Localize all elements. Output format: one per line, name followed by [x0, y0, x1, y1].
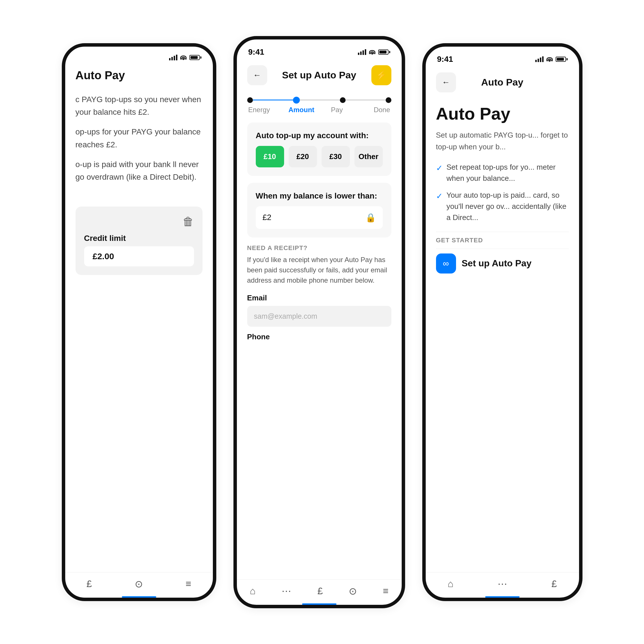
email-placeholder: sam@example.com — [254, 312, 317, 320]
wifi-icon — [546, 57, 553, 62]
left-phone-content: c PAYG top-ups so you never when your ba… — [65, 88, 213, 572]
nav-item-menu[interactable]: ≡ — [383, 585, 389, 597]
amount-btn-other[interactable]: Other — [354, 146, 383, 167]
right-status-icons — [535, 56, 568, 62]
email-label: Email — [247, 294, 391, 302]
payments-icon: £ — [551, 578, 557, 589]
help-icon: ⊙ — [349, 585, 357, 597]
steps-line — [247, 97, 391, 104]
right-status-bar: 9:41 — [426, 47, 579, 67]
help-icon: ⊙ — [135, 578, 143, 590]
menu-icon: ≡ — [186, 578, 191, 589]
payments-icon: £ — [317, 585, 323, 597]
back-button-right[interactable]: ← — [436, 72, 456, 92]
wifi-icon — [180, 55, 187, 60]
balance-card: When my balance is lower than: £2 🔒 — [247, 183, 391, 237]
battery-icon — [189, 55, 201, 60]
step-dot-done — [386, 97, 391, 103]
center-status-bar: 9:41 — [237, 39, 402, 60]
signal-icon — [535, 56, 544, 62]
amount-btn-10[interactable]: £10 — [256, 146, 284, 167]
receipt-section: NEED A RECEIPT? If you'd like a receipt … — [247, 244, 391, 350]
center-bottom-nav: ⌂ ⋯ £ ⊙ ≡ — [237, 579, 402, 605]
amount-btn-30[interactable]: £30 — [322, 146, 350, 167]
credit-limit-label: Credit limit — [84, 234, 126, 243]
nav-item-payments[interactable]: £ — [317, 585, 323, 597]
credit-limit-card: 🗑 Credit limit £2.00 — [76, 207, 203, 275]
step-label-energy: Energy — [248, 106, 284, 114]
nav-item-help[interactable]: ⊙ — [349, 585, 357, 597]
infinity-symbol: ∞ — [443, 259, 449, 268]
left-phone: Auto Pay c PAYG top-ups so you never whe… — [62, 43, 216, 601]
home-icon: ⌂ — [250, 585, 256, 597]
center-phone: 9:41 ← Set — [233, 36, 405, 608]
scene: Auto Pay c PAYG top-ups so you never whe… — [0, 0, 644, 644]
amount-btn-20[interactable]: £20 — [289, 146, 317, 167]
center-content: Auto top-up my account with: £10 £20 £30… — [237, 117, 402, 579]
step-dot-energy — [247, 97, 253, 103]
wifi-icon — [369, 49, 375, 55]
nav-item-payments-right[interactable]: £ — [551, 578, 557, 589]
nav-item-help[interactable]: ⊙ — [135, 578, 143, 590]
signal-icon — [169, 55, 177, 60]
check-icon-2: ✓ — [436, 190, 443, 202]
trash-icon[interactable]: 🗑 — [183, 215, 194, 228]
right-phone-content: Auto Pay Set up automatic PAYG top-u... … — [426, 98, 579, 572]
battery-icon — [556, 57, 568, 62]
left-bottom-nav: £ ⊙ ≡ — [65, 572, 213, 598]
home-icon: ⌂ — [448, 578, 454, 589]
back-arrow-icon: ← — [253, 71, 261, 80]
center-header-title: Set up Auto Pay — [282, 70, 356, 81]
right-status-time: 9:41 — [437, 55, 453, 64]
steps-labels: Energy Amount Pay Done — [247, 106, 391, 114]
divider-2 — [436, 249, 569, 249]
nav-item-home-right[interactable]: ⌂ — [448, 578, 454, 589]
usage-icon: ⋯ — [498, 578, 507, 590]
nav-item-usage[interactable]: ⋯ — [282, 585, 291, 597]
right-nav-header: ← Auto Pay — [426, 67, 579, 98]
step-label-amount: Amount — [284, 106, 319, 114]
setup-auto-pay-button[interactable]: ∞ Set up Auto Pay — [436, 253, 532, 274]
email-input[interactable]: sam@example.com — [247, 306, 391, 327]
left-body-text-3: o-up is paid with your bank ll never go … — [76, 158, 203, 184]
center-nav-header: ← Set up Auto Pay ⚡ — [237, 60, 402, 91]
divider — [436, 232, 569, 232]
nav-item-menu[interactable]: ≡ — [186, 578, 191, 589]
topup-card-title: Auto top-up my account with: — [256, 131, 383, 140]
right-bottom-nav: ⌂ ⋯ £ — [426, 572, 579, 598]
status-icons-left — [169, 55, 201, 60]
balance-card-title: When my balance is lower than: — [256, 191, 383, 201]
bolt-icon: ⚡ — [376, 70, 387, 80]
topup-card: Auto top-up my account with: £10 £20 £30… — [247, 122, 391, 176]
auto-pay-title: Auto Pay — [436, 104, 569, 124]
bullet-item-2: ✓ Your auto top-up is paid... card, so y… — [436, 190, 569, 223]
infinity-icon: ∞ — [436, 253, 456, 274]
nav-item-home[interactable]: ⌂ — [250, 585, 256, 597]
credit-limit-value: £2.00 — [84, 246, 194, 266]
amount-options: £10 £20 £30 Other — [256, 146, 383, 167]
payments-icon: £ — [86, 578, 92, 589]
back-arrow-icon: ← — [442, 78, 450, 87]
back-button[interactable]: ← — [247, 65, 267, 85]
bullet-text-2: Your auto top-up is paid... card, so you… — [447, 190, 569, 223]
step-line-2 — [300, 100, 340, 100]
center-status-time: 9:41 — [248, 47, 264, 57]
lock-icon: 🔒 — [365, 213, 376, 223]
action-button[interactable]: ⚡ — [371, 65, 391, 85]
balance-input-row: £2 🔒 — [256, 206, 383, 229]
receipt-desc: If you'd like a receipt when your Auto P… — [247, 255, 391, 286]
center-status-icons — [358, 49, 390, 55]
left-phone-header-title: Auto Pay — [65, 63, 213, 88]
bullet-list: ✓ Set repeat top-ups for yo... meter whe… — [436, 162, 569, 223]
step-line-1 — [253, 100, 293, 100]
right-header-title: Auto Pay — [481, 77, 523, 88]
step-label-done: Done — [355, 106, 390, 114]
nav-item-payments[interactable]: £ — [86, 578, 92, 589]
usage-icon: ⋯ — [282, 585, 291, 597]
menu-icon: ≡ — [383, 585, 389, 597]
step-dot-amount — [293, 97, 300, 104]
check-icon-1: ✓ — [436, 162, 443, 174]
nav-item-usage-right[interactable]: ⋯ — [498, 578, 507, 590]
signal-icon — [358, 49, 366, 55]
left-body-text-1: c PAYG top-ups so you never when your ba… — [76, 93, 203, 119]
